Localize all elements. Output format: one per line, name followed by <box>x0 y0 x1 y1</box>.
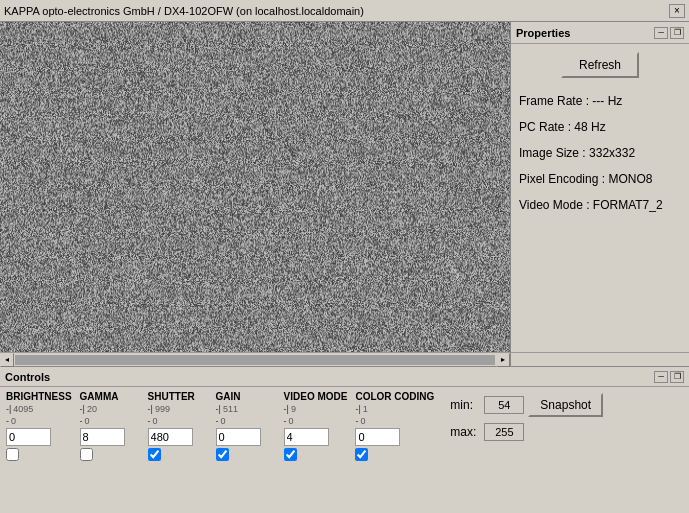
window-title: KAPPA opto-electronics GmbH / DX4-102OFW… <box>4 5 364 17</box>
control-group-gamma: GAMMA -| 20 - 0 <box>80 391 140 461</box>
ctrl-label-1: GAMMA <box>80 391 119 402</box>
main-layout: Properties ─ ❐ Refresh Frame Rate : --- … <box>0 22 689 352</box>
slider-right-icon-1: - <box>80 416 83 426</box>
control-group-brightness: BRIGHTNESS -| 4095 - 0 <box>6 391 72 461</box>
title-bar: KAPPA opto-electronics GmbH / DX4-102OFW… <box>0 0 689 22</box>
max-input[interactable] <box>484 423 524 441</box>
controls-title: Controls <box>5 371 50 383</box>
snapshot-button[interactable]: Snapshot <box>528 393 603 417</box>
slider-right-icon-0: - <box>6 416 9 426</box>
slider-right-icon-3: - <box>216 416 219 426</box>
ctrl-label-4: VIDEO MODE <box>284 391 348 402</box>
slider-left-icon-5: -| <box>355 404 360 414</box>
min-label: min: <box>450 398 480 412</box>
ctrl-checkbox-1[interactable] <box>80 448 93 461</box>
image-scrollbar[interactable]: ◂ ▸ <box>0 352 510 366</box>
properties-scrollbar-spacer <box>510 352 689 366</box>
ctrl-checkbox-0[interactable] <box>6 448 19 461</box>
max-label: max: <box>450 425 480 439</box>
video-mode-row: Video Mode : FORMAT7_2 <box>519 192 681 218</box>
ctrl-checkbox-3[interactable] <box>216 448 229 461</box>
slider-range-row-0: -| 4095 <box>6 404 72 414</box>
ctrl-input-0[interactable] <box>6 428 51 446</box>
minmax-snapshot-section: min: Snapshot max: <box>450 391 607 445</box>
slider-row2-2: - 0 <box>148 416 208 426</box>
controls-content: BRIGHTNESS -| 4095 - 0 GAMMA -| 20 - 0 S… <box>0 387 689 465</box>
image-size-row: Image Size : 332x332 <box>519 140 681 166</box>
close-button[interactable]: × <box>669 4 685 18</box>
slider-right-icon-2: - <box>148 416 151 426</box>
properties-panel: Properties ─ ❐ Refresh Frame Rate : --- … <box>510 22 689 352</box>
slider-range-row-5: -| 1 <box>355 404 434 414</box>
slider-range-row-2: -| 999 <box>148 404 208 414</box>
ctrl-label-5: COLOR CODING <box>355 391 434 402</box>
slider-min-3: 0 <box>221 416 226 426</box>
slider-row2-0: - 0 <box>6 416 72 426</box>
max-row: max: <box>450 423 524 441</box>
scroll-track[interactable] <box>15 355 495 365</box>
slider-left-icon-3: -| <box>216 404 221 414</box>
slider-max-4: 9 <box>291 404 296 414</box>
properties-restore-button[interactable]: ❐ <box>670 27 684 39</box>
slider-max-0: 4095 <box>13 404 33 414</box>
slider-max-1: 20 <box>87 404 97 414</box>
ctrl-label-0: BRIGHTNESS <box>6 391 72 402</box>
slider-row2-3: - 0 <box>216 416 276 426</box>
panel-controls: ─ ❐ <box>654 27 684 39</box>
min-input[interactable] <box>484 396 524 414</box>
properties-content: Refresh Frame Rate : --- Hz PC Rate : 48… <box>511 44 689 352</box>
properties-header: Properties ─ ❐ <box>511 22 689 44</box>
scroll-left-arrow[interactable]: ◂ <box>0 353 14 367</box>
properties-minimize-button[interactable]: ─ <box>654 27 668 39</box>
controls-header: Controls ─ ❐ <box>0 367 689 387</box>
slider-range-row-4: -| 9 <box>284 404 348 414</box>
control-group-gain: GAIN -| 511 - 0 <box>216 391 276 461</box>
slider-min-5: 0 <box>360 416 365 426</box>
slider-row2-5: - 0 <box>355 416 434 426</box>
slider-left-icon-2: -| <box>148 404 153 414</box>
controls-panel: Controls ─ ❐ BRIGHTNESS -| 4095 - 0 GAMM… <box>0 366 689 513</box>
ctrl-checkbox-2[interactable] <box>148 448 161 461</box>
control-group-shutter: SHUTTER -| 999 - 0 <box>148 391 208 461</box>
ctrl-label-3: GAIN <box>216 391 241 402</box>
refresh-button[interactable]: Refresh <box>561 52 639 78</box>
ctrl-label-2: SHUTTER <box>148 391 195 402</box>
slider-left-icon-4: -| <box>284 404 289 414</box>
control-group-video-mode: VIDEO MODE -| 9 - 0 <box>284 391 348 461</box>
slider-range-row-1: -| 20 <box>80 404 140 414</box>
slider-left-icon-1: -| <box>80 404 85 414</box>
ctrl-input-3[interactable] <box>216 428 261 446</box>
properties-title: Properties <box>516 27 570 39</box>
slider-right-icon-4: - <box>284 416 287 426</box>
scroll-right-arrow[interactable]: ▸ <box>496 353 510 367</box>
slider-min-1: 0 <box>85 416 90 426</box>
min-row: min: Snapshot <box>450 393 603 417</box>
slider-right-icon-5: - <box>355 416 358 426</box>
slider-max-5: 1 <box>363 404 368 414</box>
controls-restore-button[interactable]: ❐ <box>670 371 684 383</box>
ctrl-input-2[interactable] <box>148 428 193 446</box>
slider-max-3: 511 <box>223 404 238 414</box>
slider-min-0: 0 <box>11 416 16 426</box>
controls-minimize-button[interactable]: ─ <box>654 371 668 383</box>
ctrl-input-1[interactable] <box>80 428 125 446</box>
controls-panel-controls: ─ ❐ <box>654 371 684 383</box>
slider-row2-1: - 0 <box>80 416 140 426</box>
slider-min-2: 0 <box>153 416 158 426</box>
ctrl-input-5[interactable] <box>355 428 400 446</box>
slider-min-4: 0 <box>289 416 294 426</box>
frame-rate-row: Frame Rate : --- Hz <box>519 88 681 114</box>
bottom-scroll-area: ◂ ▸ <box>0 352 689 366</box>
slider-row2-4: - 0 <box>284 416 348 426</box>
slider-left-icon-0: -| <box>6 404 11 414</box>
control-group-color-coding: COLOR CODING -| 1 - 0 <box>355 391 434 461</box>
ctrl-checkbox-5[interactable] <box>355 448 368 461</box>
camera-canvas <box>0 22 510 352</box>
slider-range-row-3: -| 511 <box>216 404 276 414</box>
ctrl-checkbox-4[interactable] <box>284 448 297 461</box>
pixel-encoding-row: Pixel Encoding : MONO8 <box>519 166 681 192</box>
camera-view <box>0 22 510 352</box>
pc-rate-row: PC Rate : 48 Hz <box>519 114 681 140</box>
ctrl-input-4[interactable] <box>284 428 329 446</box>
slider-max-2: 999 <box>155 404 170 414</box>
